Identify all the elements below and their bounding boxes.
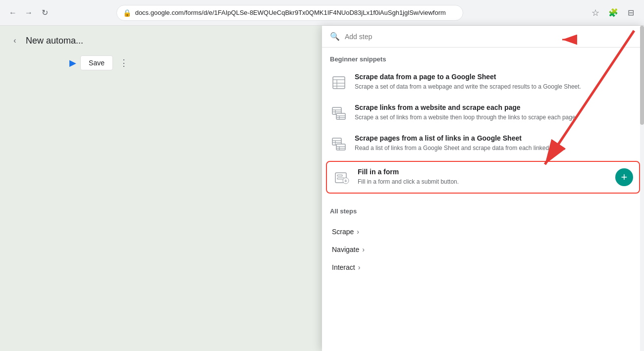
step-link-navigate-label: Navigate [332, 246, 359, 253]
page-content: ‹ New automa... ▶ Save ⋮ 🔍 Beginner snip… [0, 26, 644, 351]
extensions-icon: 🧩 [608, 8, 618, 17]
url-text: docs.google.com/forms/d/e/1FAIpQLSe-8EWQ… [135, 9, 457, 16]
step-link-scrape-label: Scrape [332, 228, 354, 236]
scrape-from-sheet-icon [330, 135, 348, 153]
svg-rect-0 [333, 77, 345, 89]
svg-rect-17 [336, 144, 345, 150]
browser-chrome: ← → ↻ 🔒 docs.google.com/forms/d/e/1FAIpQ… [0, 0, 644, 26]
more-button[interactable]: ⋮ [117, 56, 131, 70]
snippet-item-scrape-from-sheet[interactable]: Scrape pages from a list of links in a G… [322, 128, 644, 159]
scroll-track[interactable] [640, 26, 644, 351]
snippet-desc-scrape-from-sheet: Read a list of links from a Google Sheet… [355, 144, 636, 152]
media-icon: ⊟ [628, 8, 634, 17]
sidebar-back-button[interactable]: ‹ [8, 34, 22, 48]
sidebar-header: ‹ New automa... [8, 34, 131, 48]
page-title: New automa... [26, 36, 83, 46]
scrape-chevron-icon: › [357, 228, 359, 236]
search-input[interactable] [345, 33, 636, 41]
beginner-section-label: Beginner snippets [322, 48, 644, 67]
snippet-desc-scrape-to-sheet: Scrape a set of data from a webpage and … [355, 83, 636, 91]
svg-rect-9 [336, 113, 345, 119]
snippet-text-fill-form: Fill in a form Fill in a form and click … [358, 168, 608, 186]
right-panel: 🔍 Beginner snippets Scr [322, 26, 644, 351]
step-link-scrape[interactable]: Scrape › [330, 223, 636, 241]
step-link-navigate[interactable]: Navigate › [330, 241, 636, 258]
forward-button[interactable]: → [22, 6, 36, 20]
svg-text:+: + [344, 178, 347, 184]
extensions-button[interactable]: 🧩 [606, 6, 620, 20]
scrape-to-sheet-icon [330, 74, 348, 92]
snippet-item-fill-form[interactable]: + Fill in a form Fill in a form and clic… [326, 161, 640, 194]
star-icon: ☆ [591, 7, 599, 18]
search-box: 🔍 [322, 26, 644, 48]
fill-form-icon: + [333, 169, 351, 187]
snippet-item-scrape-to-sheet[interactable]: Scrape data from a page to a Google Shee… [322, 67, 644, 98]
snippet-title-fill-form: Fill in a form [358, 168, 608, 176]
lock-icon: 🔒 [123, 9, 131, 17]
panel-content: Beginner snippets Scrape data from a pag… [322, 48, 644, 351]
star-button[interactable]: ☆ [589, 6, 602, 20]
address-bar[interactable]: 🔒 docs.google.com/forms/d/e/1FAIpQLSe-8E… [116, 5, 463, 21]
all-steps-section: Scrape › Navigate › Interact › [322, 219, 644, 280]
all-steps-label: All steps [322, 200, 644, 219]
media-button[interactable]: ⊟ [624, 6, 638, 20]
navigate-chevron-icon: › [362, 246, 365, 253]
step-link-interact[interactable]: Interact › [330, 258, 636, 276]
browser-actions: ☆ 🧩 ⊟ [589, 6, 638, 20]
snippet-item-scrape-links[interactable]: Scrape links from a website and scrape e… [322, 98, 644, 128]
snippet-title-scrape-to-sheet: Scrape data from a page to a Google Shee… [355, 73, 636, 81]
scrape-links-icon [330, 104, 348, 122]
snippet-title-scrape-from-sheet: Scrape pages from a list of links in a G… [355, 134, 636, 142]
snippet-desc-scrape-links: Scrape a set of links from a website the… [355, 113, 636, 122]
save-button[interactable]: Save [80, 55, 113, 70]
back-button[interactable]: ← [6, 6, 20, 20]
top-actions: ▶ Save ⋮ [8, 55, 131, 70]
search-icon: 🔍 [330, 32, 340, 41]
snippet-desc-fill-form: Fill in a form and click a submit button… [358, 178, 608, 186]
snippet-text-scrape-from-sheet: Scrape pages from a list of links in a G… [355, 134, 636, 152]
snippet-text-scrape-to-sheet: Scrape data from a page to a Google Shee… [355, 73, 636, 91]
left-sidebar: ‹ New automa... ▶ Save ⋮ [0, 26, 139, 351]
snippet-text-scrape-links: Scrape links from a website and scrape e… [355, 103, 636, 122]
scroll-thumb[interactable] [640, 26, 644, 125]
snippet-title-scrape-links: Scrape links from a website and scrape e… [355, 103, 636, 111]
reload-button[interactable]: ↻ [38, 6, 52, 20]
play-icon: ▶ [69, 57, 76, 68]
add-fill-form-button[interactable]: + [615, 168, 633, 186]
nav-buttons: ← → ↻ [6, 6, 52, 20]
svg-rect-22 [337, 175, 342, 176]
step-link-interact-label: Interact [332, 263, 355, 271]
interact-chevron-icon: › [358, 263, 361, 271]
